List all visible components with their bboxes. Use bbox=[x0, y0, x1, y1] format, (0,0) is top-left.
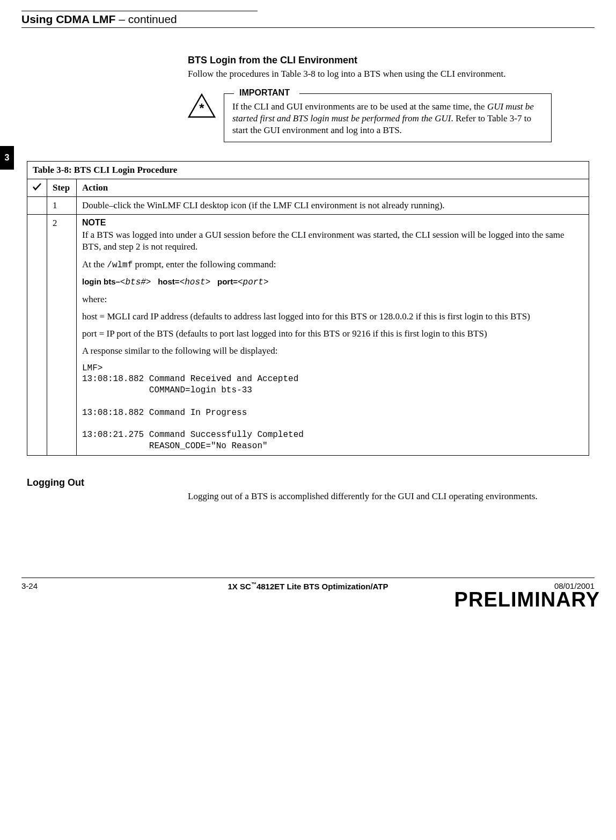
subsection-text: Logging out of a BTS is accomplished dif… bbox=[188, 491, 552, 502]
prompt-line: At the /wlmf prompt, enter the following… bbox=[82, 259, 583, 271]
cmd-host-label: host= bbox=[158, 277, 179, 286]
footer-date: 08/01/2001 bbox=[554, 581, 595, 590]
action-cell: NOTE If a BTS was logged into under a GU… bbox=[77, 215, 589, 456]
header-top-rule bbox=[21, 11, 258, 11]
footer-center-after: 4812ET Lite BTS Optimization/ATP bbox=[256, 582, 388, 591]
footer-row: 3-24 1X SC™4812ET Lite BTS Optimization/… bbox=[21, 581, 595, 590]
where-port: port = IP port of the BTS (defaults to p… bbox=[82, 328, 583, 340]
svg-text:*: * bbox=[199, 101, 204, 115]
important-text: If the CLI and GUI environments are to b… bbox=[232, 101, 543, 136]
cmd-arg2: <host> bbox=[180, 277, 211, 287]
check-cell bbox=[27, 197, 47, 215]
footer-page-number: 3-24 bbox=[21, 581, 38, 590]
footer-rule bbox=[21, 578, 595, 578]
check-cell bbox=[27, 215, 47, 456]
note-label: NOTE bbox=[82, 218, 583, 228]
response-block: LMF> 13:08:18.882 Command Received and A… bbox=[82, 363, 583, 452]
table-header-check bbox=[27, 179, 47, 197]
prompt-code: /wlmf bbox=[107, 260, 133, 270]
response-intro: A response similar to the following will… bbox=[82, 345, 583, 357]
section-block: BTS Login from the CLI Environment Follo… bbox=[188, 55, 552, 80]
table-caption-bold: Table 3-8: bbox=[33, 165, 72, 175]
page-footer: 3-24 1X SC™4812ET Lite BTS Optimization/… bbox=[21, 578, 595, 611]
footer-center-before: 1X SC bbox=[228, 582, 251, 591]
step-number: 2 bbox=[47, 215, 77, 456]
check-icon bbox=[33, 183, 41, 191]
procedure-table: Table 3-8: BTS CLI Login Procedure Step … bbox=[27, 161, 589, 456]
action-text: Double–click the WinLMF CLI desktop icon… bbox=[82, 200, 445, 210]
chapter-tab: 3 bbox=[0, 146, 14, 170]
cmd-prefix: login bts– bbox=[82, 277, 120, 286]
cmd-arg3: <port> bbox=[238, 277, 269, 287]
note-text: If a BTS was logged into under a GUI ses… bbox=[82, 229, 583, 253]
table-row: 1 Double–click the WinLMF CLI desktop ic… bbox=[27, 197, 589, 215]
footer-tm: ™ bbox=[251, 581, 256, 587]
header-title-suffix: – continued bbox=[115, 13, 177, 25]
preliminary-watermark: PRELIMINARY bbox=[21, 588, 600, 611]
table-header-step: Step bbox=[47, 179, 77, 197]
page-header-title: Using CDMA LMF – continued bbox=[21, 13, 595, 26]
command-line: login bts–<bts#> host=<host> port=<port> bbox=[82, 276, 583, 288]
table-row: 2 NOTE If a BTS was logged into under a … bbox=[27, 215, 589, 456]
prompt-after: prompt, enter the following command: bbox=[133, 259, 276, 269]
section-text: Follow the procedures in Table 3-8 to lo… bbox=[188, 68, 552, 80]
important-label: IMPORTANT bbox=[237, 88, 292, 98]
table-caption: Table 3-8: BTS CLI Login Procedure bbox=[27, 162, 589, 179]
table-caption-rest: BTS CLI Login Procedure bbox=[72, 165, 178, 175]
header-bottom-rule bbox=[21, 27, 595, 28]
section-heading: BTS Login from the CLI Environment bbox=[188, 55, 552, 66]
important-star-icon: * bbox=[188, 93, 216, 118]
action-cell: Double–click the WinLMF CLI desktop icon… bbox=[77, 197, 589, 215]
table-header-action: Action bbox=[77, 179, 589, 197]
important-box: * IMPORTANT If the CLI and GUI environme… bbox=[188, 93, 552, 142]
where-host: host = MGLI card IP address (defaults to… bbox=[82, 311, 583, 323]
footer-center: 1X SC™4812ET Lite BTS Optimization/ATP bbox=[228, 581, 388, 591]
where-label: where: bbox=[82, 294, 583, 305]
cmd-arg1: <bts#> bbox=[120, 277, 151, 287]
important-content: IMPORTANT If the CLI and GUI environment… bbox=[224, 93, 552, 142]
important-text-before: If the CLI and GUI environments are to b… bbox=[232, 101, 487, 112]
cmd-port-label: port= bbox=[217, 277, 238, 286]
step-number: 1 bbox=[47, 197, 77, 215]
header-title-bold: Using CDMA LMF bbox=[21, 13, 115, 25]
prompt-before: At the bbox=[82, 259, 107, 269]
subsection-heading: Logging Out bbox=[27, 477, 595, 488]
